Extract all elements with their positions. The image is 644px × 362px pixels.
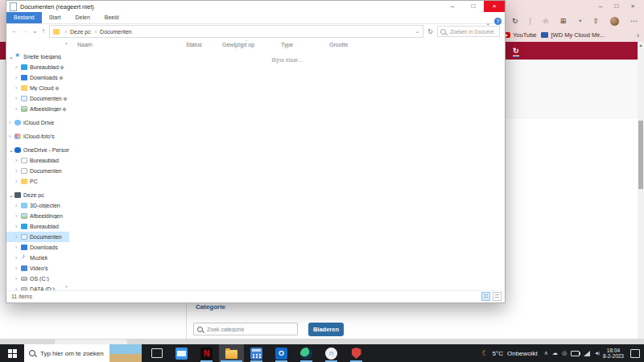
expand-chevron-icon[interactable] — [15, 75, 21, 80]
more-options-icon[interactable] — [630, 16, 638, 26]
sidebar-item[interactable]: DATA (D:) — [6, 284, 69, 290]
start-button[interactable] — [0, 344, 24, 362]
expand-chevron-icon[interactable] — [15, 203, 21, 208]
sidebar-item[interactable]: Downloads — [6, 72, 69, 83]
taskbar-clock[interactable]: 18:04 8-2-2023 — [603, 348, 624, 360]
explorer-search-box[interactable] — [437, 26, 500, 37]
forward-button[interactable] — [22, 27, 28, 35]
browser-scrollbar[interactable] — [638, 42, 644, 339]
scroll-up-icon[interactable] — [638, 43, 644, 47]
sidebar-item[interactable]: Afbeeldingen — [6, 211, 69, 221]
refresh-flag-icon[interactable] — [513, 47, 519, 55]
explorer-titlebar[interactable]: Documenten (reageert niet) — [6, 1, 505, 12]
explorer-search-input[interactable] — [448, 28, 497, 35]
favorites-overflow-icon[interactable] — [637, 31, 639, 39]
share-icon[interactable] — [593, 16, 600, 26]
details-view-button[interactable] — [481, 292, 490, 301]
expand-chevron-icon[interactable] — [15, 106, 21, 112]
taskbar-app[interactable] — [144, 344, 169, 362]
expand-chevron-icon[interactable] — [15, 234, 21, 240]
recent-locations-icon[interactable] — [32, 27, 38, 35]
expand-chevron-icon[interactable] — [15, 64, 21, 70]
ribbon-tab[interactable]: Start — [42, 12, 68, 23]
refresh-icon[interactable] — [427, 28, 433, 35]
divider-icon[interactable] — [529, 16, 530, 26]
column-header[interactable]: Naam — [77, 42, 186, 47]
taskbar-app[interactable] — [244, 344, 269, 362]
taskbar-app[interactable] — [344, 344, 369, 362]
back-button[interactable] — [11, 27, 18, 35]
taskbar-app[interactable] — [169, 344, 194, 362]
favorites-star-icon[interactable] — [543, 16, 549, 26]
sidebar-item[interactable]: Muziek — [6, 253, 69, 263]
maximize-icon[interactable] — [609, 1, 625, 12]
expand-chevron-icon[interactable] — [15, 213, 21, 219]
breadcrumb-item[interactable]: Deze pc — [62, 29, 91, 35]
ribbon-tab[interactable]: Bestand — [6, 12, 42, 23]
tray-network-icon[interactable] — [584, 351, 590, 356]
expand-chevron-icon[interactable] — [15, 168, 21, 174]
category-search-input[interactable] — [205, 326, 294, 333]
tray-sync-icon[interactable] — [562, 350, 567, 356]
expand-chevron-icon[interactable] — [15, 224, 21, 229]
column-header[interactable]: Grootte — [329, 42, 374, 47]
taskbar-app[interactable] — [269, 344, 294, 362]
sidebar-item[interactable]: Documenten — [6, 93, 69, 104]
sidebar-item[interactable]: iCloud-foto's — [6, 131, 69, 142]
taskbar-search-input[interactable] — [39, 349, 106, 358]
close-icon[interactable] — [484, 1, 505, 12]
weather-desc[interactable]: Onbewolkt — [507, 350, 538, 357]
collections-icon[interactable] — [560, 16, 567, 26]
sidebar-item[interactable]: Documenten — [6, 166, 69, 176]
sidebar-item[interactable]: Afbeeldinger — [6, 104, 69, 114]
sidebar-item[interactable]: Deze pc — [6, 190, 69, 200]
expand-chevron-icon[interactable] — [15, 179, 21, 184]
minimize-icon[interactable] — [442, 1, 463, 12]
refresh-icon[interactable] — [512, 16, 518, 26]
sidebar-item[interactable]: Bureaublad — [6, 62, 69, 72]
expand-chevron-icon[interactable] — [9, 192, 14, 198]
favorite-item[interactable]: [WD My Cloud Mir... — [541, 31, 605, 39]
expand-chevron-icon[interactable] — [9, 120, 14, 125]
expand-chevron-icon[interactable] — [15, 158, 21, 163]
tray-chevron-up-icon[interactable] — [544, 350, 548, 356]
sidebar-item[interactable]: OS (C:) — [6, 274, 69, 284]
sidebar-item[interactable]: Snelle toegang — [6, 51, 69, 62]
taskbar-app[interactable] — [319, 344, 344, 362]
browse-button[interactable]: Bladeren — [308, 323, 344, 336]
sidebar-item[interactable]: My Cloud — [6, 83, 69, 93]
column-header[interactable]: Type — [281, 42, 329, 47]
sidebar-item[interactable]: OneDrive - Person — [6, 145, 69, 155]
weather-temp[interactable]: 5°C — [493, 350, 503, 357]
column-header[interactable]: Gewijzigd op — [222, 42, 281, 47]
action-center-icon[interactable] — [630, 349, 640, 358]
category-search-box[interactable] — [193, 323, 298, 335]
expand-chevron-icon[interactable] — [9, 134, 14, 139]
expand-chevron-icon[interactable] — [15, 245, 21, 250]
expand-chevron-icon[interactable] — [9, 147, 14, 153]
close-icon[interactable] — [625, 1, 641, 12]
expand-chevron-icon[interactable] — [15, 276, 21, 282]
taskbar-app[interactable] — [194, 344, 219, 362]
sidebar-item[interactable]: Bureaublad — [6, 221, 69, 232]
ribbon-tab[interactable]: Delen — [68, 12, 97, 23]
expand-chevron-icon[interactable] — [15, 255, 21, 261]
sidebar-item[interactable]: Bureaublad — [6, 155, 69, 166]
search-highlight-image[interactable] — [109, 344, 142, 362]
scroll-down-icon[interactable] — [64, 285, 69, 289]
favorite-item[interactable]: YouTube — [502, 31, 536, 39]
expand-chevron-icon[interactable] — [15, 265, 21, 271]
maximize-icon[interactable] — [463, 1, 484, 12]
address-dropdown-icon[interactable] — [415, 28, 419, 35]
expand-chevron-icon[interactable] — [15, 96, 21, 101]
sidebar-item[interactable]: 3D-objecten — [6, 200, 69, 211]
sidebar-scrollbar[interactable] — [64, 41, 69, 289]
column-header[interactable]: Status — [186, 42, 222, 47]
icons-view-button[interactable] — [493, 292, 502, 301]
breadcrumb-item[interactable]: Documenten — [92, 29, 132, 35]
taskbar-search-box[interactable] — [24, 344, 142, 362]
weather-moon-icon[interactable] — [481, 350, 488, 357]
taskbar-app[interactable] — [219, 344, 244, 362]
tray-battery-icon[interactable] — [571, 351, 580, 356]
browser-tools-icon[interactable] — [577, 16, 581, 26]
